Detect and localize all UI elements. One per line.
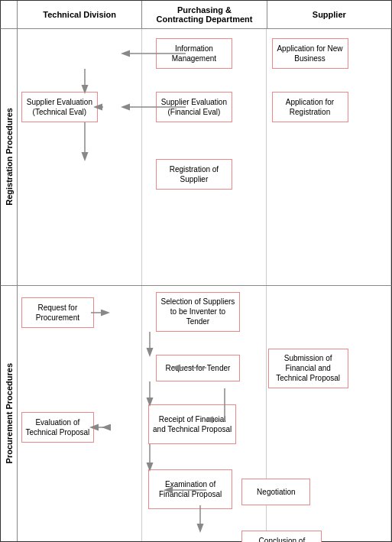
box-req-proc: Request for Procurement bbox=[21, 297, 94, 328]
box-sup-eval-tech: Supplier Evaluation (Technical Eval) bbox=[21, 92, 98, 122]
col-header-tech: Technical Division bbox=[18, 1, 142, 28]
box-reg-supplier: Registration of Supplier bbox=[156, 159, 232, 190]
procurement-columns: Request for Procurement Selection of Sup… bbox=[18, 286, 391, 542]
box-eval-tech: Evaluation of Technical Proposal bbox=[21, 412, 94, 443]
box-conclusion: Conclusion of Contract bbox=[241, 531, 322, 543]
box-receipt-prop: Receipt of Financial and Technical Propo… bbox=[148, 404, 236, 444]
diagram-container: Technical Division Purchasing & Contract… bbox=[0, 0, 392, 542]
section-label-registration: Registration Procedures bbox=[1, 29, 18, 285]
registration-label: Registration Procedures bbox=[5, 108, 14, 206]
section-procurement: Procurement Procedures Request for Procu… bbox=[0, 286, 392, 543]
procurement-label: Procurement Procedures bbox=[5, 363, 14, 463]
registration-columns: Information Management Application for N… bbox=[18, 29, 391, 285]
box-sel-suppliers: Selection of Suppliers to be Inventer to… bbox=[156, 292, 240, 332]
box-sub-proposal: Submission of Financial and Technical Pr… bbox=[268, 349, 348, 388]
box-app-reg: Application for Registration bbox=[272, 92, 348, 122]
box-app-new-biz: Application for New Business bbox=[272, 38, 348, 69]
header-row: Technical Division Purchasing & Contract… bbox=[0, 0, 392, 29]
box-sup-eval-fin: Supplier Evaluation (Financial Eval) bbox=[156, 92, 232, 122]
col-header-purch: Purchasing & Contracting Department bbox=[142, 1, 267, 28]
box-negotiation: Negotiation bbox=[241, 479, 310, 505]
col-header-supplier: Supplier bbox=[267, 1, 391, 28]
box-info-mgmt: Information Management bbox=[156, 38, 232, 69]
section-registration: Registration Procedures Information Mana… bbox=[0, 29, 392, 286]
side-label-spacer bbox=[1, 1, 18, 28]
box-exam-fin: Examination of Financial Proposal bbox=[148, 469, 232, 509]
reg-col-tech bbox=[18, 29, 142, 285]
section-label-procurement: Procurement Procedures bbox=[1, 286, 18, 542]
box-req-tender: Request for Tender bbox=[156, 355, 240, 381]
